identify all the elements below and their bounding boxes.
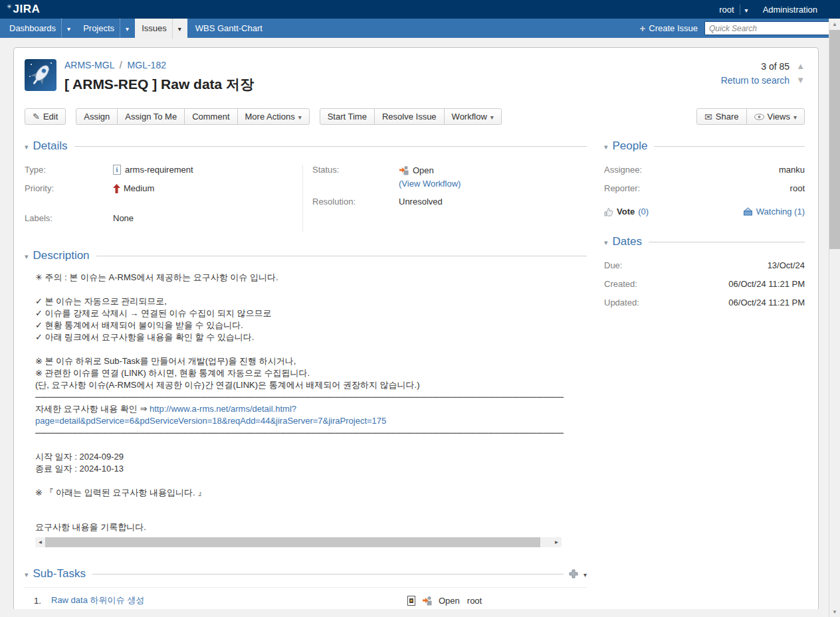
share-button[interactable]: Share: [696, 108, 746, 125]
description-line: ※ 본 이슈 하위로 Sub-Task를 만들어서 개발(업무)을 진행 하시거…: [35, 355, 587, 367]
edit-button[interactable]: Edit: [25, 108, 66, 125]
description-line: ✓ 아래 링크에서 요구사항을 내용을 확인 할 수 있습니다.: [35, 331, 587, 343]
assign-button[interactable]: Assign: [76, 108, 118, 125]
comment-button[interactable]: Comment: [184, 108, 237, 125]
project-avatar: [25, 59, 56, 91]
priority-label: Priority:: [25, 183, 113, 193]
issue-pager: 3 of 85 Return to search: [721, 59, 805, 94]
created-label: Created:: [604, 279, 637, 289]
description-line: ✓ 본 이슈는 자동으로 관리되므로,: [35, 296, 587, 308]
due-label: Due:: [604, 260, 622, 270]
jira-logo-text: JIRA: [13, 3, 41, 16]
description-line: ✓ 현황 통계에서 배제되어 불이익을 받을 수 있습니다.: [35, 319, 587, 331]
return-to-search-link[interactable]: Return to search: [721, 74, 790, 87]
assign-to-me-button[interactable]: Assign To Me: [117, 108, 185, 125]
subtasks-section: Sub-Tasks 1. Raw data 하위이슈 생성: [25, 567, 587, 609]
add-subtask-icon[interactable]: [569, 569, 578, 578]
collapse-details-icon[interactable]: [25, 140, 29, 152]
jira-logo[interactable]: ✳ JIRA: [7, 3, 40, 16]
divider: [96, 256, 587, 256]
administration-link[interactable]: Administration: [763, 5, 817, 15]
subtask-type-icon: [407, 596, 416, 606]
scroll-down-icon[interactable]: ▼: [829, 606, 840, 617]
subtasks-heading: Sub-Tasks: [33, 567, 86, 580]
workflow-button[interactable]: Workflow: [444, 108, 502, 125]
issue-toolbar: Edit Assign Assign To Me Comment More Ac…: [25, 108, 805, 125]
resolution-value: Unresolved: [399, 197, 443, 207]
more-actions-button[interactable]: More Actions: [237, 108, 310, 125]
description-section: Description ✳ 주의 : 본 이슈는 A-RMS에서 제공하는 요구…: [25, 249, 587, 547]
next-issue-icon[interactable]: [796, 73, 805, 87]
collapse-people-icon[interactable]: [604, 140, 608, 152]
view-workflow-link[interactable]: (View Workflow): [399, 179, 461, 189]
type-value: arms-requirement: [125, 165, 193, 175]
description-divider-line: ────────────────────────────────────────…: [35, 391, 564, 403]
scrollbar-thumb[interactable]: [829, 30, 840, 249]
issue-header: ARMS-MGL / MGL-182 [ ARMS-REQ ] Raw data…: [25, 59, 805, 94]
subtasks-options-icon[interactable]: [583, 568, 587, 580]
description-line: page=detail&pdService=6&pdServiceVersion…: [35, 415, 587, 427]
nav-dashboards[interactable]: Dashboards: [3, 19, 76, 38]
status-open-icon: [399, 165, 409, 175]
eye-icon: [754, 114, 764, 120]
details-section: Details Type: i arms-requiremen: [25, 139, 587, 232]
subtask-link[interactable]: Raw data 하위이슈 생성: [51, 595, 144, 605]
user-name: root: [719, 5, 734, 15]
nav-projects[interactable]: Projects: [76, 19, 135, 38]
previous-issue-icon[interactable]: [796, 59, 805, 73]
status-label: Status:: [312, 165, 399, 175]
chevron-down-icon[interactable]: [61, 19, 76, 39]
chevron-down-icon[interactable]: [172, 19, 187, 39]
scrollbar-thumb[interactable]: [45, 537, 540, 547]
assignee-value: manku: [779, 165, 805, 175]
watching-label: Watching (1): [756, 207, 805, 217]
status-value: Open: [413, 165, 434, 175]
status-open-icon: [422, 595, 433, 606]
collapse-subtasks-icon[interactable]: [25, 568, 29, 580]
labels-label: Labels:: [25, 213, 113, 223]
nav-wbs-gantt-chart[interactable]: WBS Gantt-Chart: [187, 19, 270, 38]
main-navigation: Dashboards Projects Issues WBS Gantt-Cha…: [0, 19, 840, 38]
vote-label: Vote: [617, 207, 635, 217]
page-scrollbar[interactable]: ▲ ▼: [829, 19, 840, 617]
breadcrumb-issue-key-link[interactable]: MGL-182: [128, 60, 166, 70]
requirement-link-prefix: 자세한 요구사항 내용 확인 ⇒: [35, 404, 150, 414]
breadcrumb: ARMS-MGL / MGL-182: [64, 60, 254, 70]
envelope-icon: [704, 112, 712, 122]
priority-value: Medium: [124, 183, 154, 193]
end-date-line: 종료 일자 : 2024-10-13: [35, 463, 587, 475]
start-time-button[interactable]: Start Time: [320, 108, 375, 125]
description-line: ✓ 이슈를 강제로 삭제시 → 연결된 이슈 수집이 되지 않으므로: [35, 308, 587, 319]
rocket-avatar-image: [25, 59, 56, 91]
requirement-detail-link-continued[interactable]: page=detail&pdService=6&pdServiceVersion…: [35, 416, 386, 426]
due-value: 13/Oct/24: [768, 260, 805, 270]
description-horizontal-scrollbar[interactable]: ◄ ►: [35, 537, 562, 547]
divider: [649, 242, 805, 242]
vote-button[interactable]: Vote (0): [604, 207, 649, 217]
pencil-icon: [33, 112, 40, 122]
scroll-up-icon[interactable]: ▲: [829, 19, 840, 29]
description-heading: Description: [33, 249, 90, 262]
views-button[interactable]: Views: [746, 108, 805, 125]
description-line: 자세한 요구사항 내용 확인 ⇒ http://www.a-rms.net/ar…: [35, 403, 587, 415]
created-value: 06/Oct/24 11:21 PM: [728, 279, 805, 289]
issue-panel: ARMS-MGL / MGL-182 [ ARMS-REQ ] Raw data…: [13, 47, 819, 609]
chevron-down-icon[interactable]: [120, 19, 135, 39]
create-issue-button[interactable]: Create Issue: [640, 23, 698, 34]
scroll-right-icon[interactable]: ►: [552, 537, 562, 547]
collapse-dates-icon[interactable]: [604, 236, 608, 248]
chevron-down-icon: [793, 112, 797, 122]
watching-button[interactable]: Watching (1): [743, 207, 805, 217]
user-menu[interactable]: root: [719, 5, 748, 15]
updated-value: 06/Oct/24 11:21 PM: [728, 298, 805, 308]
requirement-detail-link[interactable]: http://www.a-rms.net/arms/detail.html?: [150, 404, 296, 414]
scrollbar-track[interactable]: [45, 537, 552, 547]
scroll-left-icon[interactable]: ◄: [35, 537, 45, 547]
collapse-description-icon[interactable]: [25, 250, 29, 262]
vote-count[interactable]: (0): [638, 207, 649, 217]
nav-issues[interactable]: Issues: [135, 19, 187, 38]
resolve-issue-button[interactable]: Resolve Issue: [374, 108, 445, 125]
quick-search-input[interactable]: [704, 21, 832, 35]
reporter-label: Reporter:: [604, 183, 640, 193]
breadcrumb-project-link[interactable]: ARMS-MGL: [64, 60, 114, 70]
